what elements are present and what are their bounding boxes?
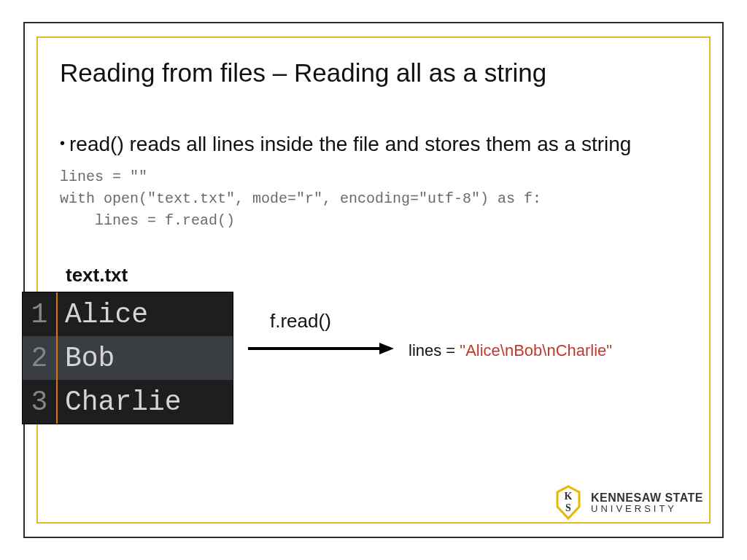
logo-text: KENNESAW STATE UNIVERSITY (591, 492, 703, 513)
result-prefix: lines = (409, 341, 460, 359)
editor-row: 2 Bob (23, 336, 233, 380)
file-label: text.txt (66, 264, 128, 287)
code-line: with open("text.txt", mode="r", encoding… (60, 190, 541, 207)
bullet-text: read() reads all lines inside the file a… (69, 131, 631, 158)
code-block: lines = "" with open("text.txt", mode="r… (60, 166, 687, 232)
logo-line1: KENNESAW STATE (591, 492, 703, 504)
university-logo: K S KENNESAW STATE UNIVERSITY (553, 485, 703, 520)
code-line: lines = "" (60, 168, 147, 185)
slide-content: Reading from files – Reading all as a st… (60, 58, 687, 516)
logo-line2: UNIVERSITY (591, 504, 703, 513)
bullet-dot: • (60, 131, 65, 155)
bullet-item: • read() reads all lines inside the file… (60, 131, 687, 158)
code-line: lines = f.read() (60, 212, 235, 229)
result-value: "Alice\nBob\nCharlie" (460, 341, 612, 359)
result-text: lines = "Alice\nBob\nCharlie" (409, 341, 612, 360)
line-text: Alice (58, 299, 148, 330)
logo-icon: K S (553, 485, 584, 520)
svg-text:K: K (565, 491, 573, 502)
line-text: Bob (58, 343, 115, 374)
line-text: Charlie (58, 386, 182, 418)
line-number: 2 (23, 336, 58, 380)
slide-title: Reading from files – Reading all as a st… (60, 58, 687, 88)
svg-text:S: S (565, 502, 571, 513)
svg-marker-1 (379, 343, 394, 354)
text-editor: 1 Alice 2 Bob 3 Charlie (22, 292, 233, 424)
line-number: 3 (23, 380, 58, 424)
arrow-icon (248, 341, 394, 356)
editor-row: 3 Charlie (23, 380, 233, 424)
editor-row: 1 Alice (23, 292, 233, 336)
line-number: 1 (23, 292, 58, 336)
arrow-label: f.read() (270, 310, 331, 332)
